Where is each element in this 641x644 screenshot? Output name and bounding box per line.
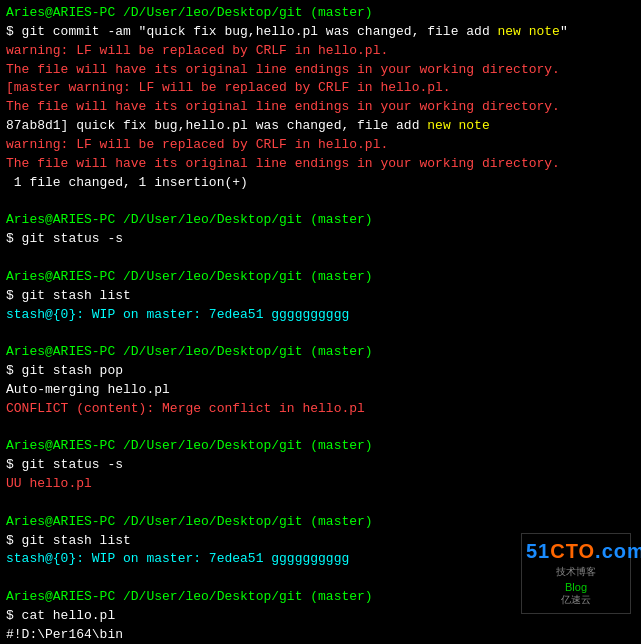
terminal-line [6,192,635,211]
terminal-line: $ git stash list [6,287,635,306]
terminal-line: 87ab8d1] quick fix bug,hello.pl was chan… [6,117,635,136]
terminal-line: Aries@ARIES-PC /D/User/leo/Desktop/git (… [6,343,635,362]
terminal-line: stash@{0}: WIP on master: 7edea51 gggggg… [6,306,635,325]
terminal-line: #!D:\Per164\bin [6,626,635,644]
badge-blog: Blog [526,581,626,593]
terminal-line: Aries@ARIES-PC /D/User/leo/Desktop/git (… [6,4,635,23]
terminal-line: 1 file changed, 1 insertion(+) [6,174,635,193]
terminal-line: Aries@ARIES-PC /D/User/leo/Desktop/git (… [6,437,635,456]
terminal-line [6,494,635,513]
terminal-line: $ git status -s [6,456,635,475]
terminal-line: Aries@ARIES-PC /D/User/leo/Desktop/git (… [6,268,635,287]
terminal-line: CONFLICT (content): Merge conflict in he… [6,400,635,419]
terminal-line: The file will have its original line end… [6,98,635,117]
terminal-line: Auto-merging hello.pl [6,381,635,400]
badge-divider: 技术博客 [526,565,626,579]
terminal-line: $ git stash pop [6,362,635,381]
terminal-line: $ git commit -am "quick fix bug,hello.pl… [6,23,635,42]
terminal-line: The file will have its original line end… [6,61,635,80]
badge-source: 亿速云 [526,593,626,607]
terminal-line: Aries@ARIES-PC /D/User/leo/Desktop/git (… [6,211,635,230]
terminal: Aries@ARIES-PC /D/User/leo/Desktop/git (… [0,0,641,644]
terminal-line: [master warning: LF will be replaced by … [6,79,635,98]
terminal-line: UU hello.pl [6,475,635,494]
terminal-line: $ git status -s [6,230,635,249]
badge-title: 51CTO.com [526,540,626,563]
terminal-line: The file will have its original line end… [6,155,635,174]
terminal-line: warning: LF will be replaced by CRLF in … [6,136,635,155]
terminal-line: Aries@ARIES-PC /D/User/leo/Desktop/git (… [6,513,635,532]
site-badge: 51CTO.com 技术博客 Blog 亿速云 [521,533,631,614]
terminal-line [6,419,635,438]
terminal-line: warning: LF will be replaced by CRLF in … [6,42,635,61]
terminal-line [6,324,635,343]
terminal-line [6,249,635,268]
